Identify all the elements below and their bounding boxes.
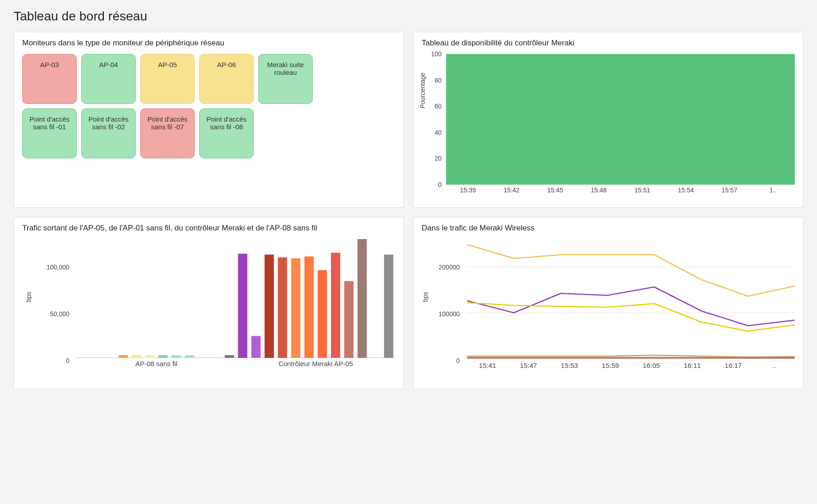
ytick-label: 0 [456,357,460,364]
xtick-label: .. [754,362,795,375]
svg-rect-17 [331,253,340,358]
ytick-label: 200000 [438,264,460,271]
panel-monitors: Moniteurs dans le type de moniteur de pé… [14,32,404,208]
bar-group-label: AP-08 sans fil [77,360,236,375]
xtick-label: 15:51 [620,186,664,199]
monitor-tiles: AP-03AP-04AP-05AP-06Meraki suite rouleau… [22,54,395,158]
svg-rect-5 [145,355,154,358]
ytick-label: 50,000 [50,310,69,318]
monitor-tile[interactable]: Meraki suite rouleau [258,54,313,104]
ytick-label: 20 [434,155,442,162]
svg-rect-19 [358,239,367,358]
monitor-tile[interactable]: AP-06 [199,54,254,104]
ytick-label: 100 [431,50,442,58]
xtick-label: 15:48 [577,186,620,199]
panel-monitors-title: Moniteurs dans le type de moniteur de pé… [22,39,395,48]
xtick-label: 15:42 [490,186,533,199]
svg-rect-20 [384,254,393,358]
svg-rect-4 [132,355,141,358]
svg-rect-13 [278,257,287,358]
xtick-label: 15:47 [508,362,549,375]
xtick-label: 16:05 [631,362,672,375]
traffic-out-ylabel: bps [25,292,32,302]
panel-wireless-in-title: Dans le trafic de Meraki Wireless [422,224,795,233]
monitor-tile-label: Point d'accès sans fil -08 [202,115,251,131]
ytick-label: 100,000 [46,264,69,271]
wireless-in-chart: bps 0100000200000 15:4115:4715:5315:5916… [422,239,795,375]
svg-rect-11 [251,336,261,358]
svg-rect-7 [172,355,181,358]
xtick-label: 15:54 [664,186,708,199]
availability-xticks: 15:3915:4215:4515:4815:5115:5415:571.. [446,186,795,199]
monitor-tile[interactable]: Point d'accès sans fil -07 [140,108,195,158]
xtick-label: 15:57 [708,186,751,199]
traffic-out-yticks: 050,000100,000 [45,239,72,361]
xtick-label: 15:53 [549,362,590,375]
xtick-label: 1.. [751,186,795,199]
monitor-tile[interactable]: AP-04 [81,54,136,104]
ytick-label: 60 [434,103,442,110]
monitor-tile[interactable]: AP-05 [140,54,195,104]
monitor-tile-label: AP-04 [99,61,118,69]
traffic-out-chart: bps 050,000100,000 AP-08 sans filContrôl… [22,239,395,375]
availability-yticks: 020406080100 [422,54,444,185]
panel-traffic-out-title: Trafic sortant de l'AP-05, de l'AP-01 sa… [22,224,395,233]
svg-rect-8 [185,355,194,358]
wireless-in-ylabel: bps [422,292,429,302]
xtick-label: 16:17 [713,362,754,375]
monitor-tile-label: Point d'accès sans fil -07 [143,115,192,131]
monitor-tile-label: Point d'accès sans fil -01 [25,115,74,131]
ytick-label: 0 [66,357,69,364]
panel-wireless-in: Dans le trafic de Meraki Wireless bps 01… [413,217,803,389]
svg-rect-10 [238,254,247,358]
svg-rect-3 [118,355,128,358]
monitor-tile-label: Point d'accès sans fil -02 [84,115,133,131]
monitor-tile-label: AP-06 [217,61,236,69]
monitor-tile-label: Meraki suite rouleau [261,61,310,76]
traffic-out-xlabels: AP-08 sans filContrôleur Meraki AP-05 [77,360,395,375]
panel-traffic-out: Trafic sortant de l'AP-05, de l'AP-01 sa… [14,217,404,389]
panel-availability: Tableau de disponibilité du contrôleur M… [413,32,803,208]
ytick-label: 100000 [438,310,460,318]
xtick-label: 16:11 [672,362,713,375]
svg-rect-18 [344,281,353,358]
svg-rect-6 [158,355,167,358]
ytick-label: 0 [438,181,442,188]
dashboard-grid: Moniteurs dans le type de moniteur de pé… [14,32,803,389]
monitor-tile[interactable]: AP-03 [22,54,77,104]
xtick-label: 15:41 [467,362,508,375]
wireless-in-xlabels: 15:4115:4715:5315:5916:0516:1116:17.. [467,362,795,375]
monitor-tile[interactable]: Point d'accès sans fil -02 [81,108,136,158]
monitor-tile-label: AP-05 [158,61,177,69]
availability-chart: Pourcentage 020406080100 15:3915:4215:45… [422,54,795,199]
ytick-label: 80 [434,77,442,84]
svg-rect-9 [225,355,234,358]
panel-availability-title: Tableau de disponibilité du contrôleur M… [422,39,795,48]
svg-rect-15 [305,256,314,358]
monitor-tile[interactable]: Point d'accès sans fil -01 [22,108,77,158]
monitor-tile[interactable]: Point d'accès sans fil -08 [199,108,254,158]
xtick-label: 15:45 [533,186,577,199]
page-title: Tableau de bord réseau [14,9,803,24]
svg-rect-14 [291,258,300,358]
svg-rect-12 [265,254,274,358]
xtick-label: 15:39 [446,186,490,199]
xtick-label: 15:59 [590,362,631,375]
wireless-in-yticks: 0100000200000 [435,239,463,361]
monitor-tile-label: AP-03 [40,61,59,69]
svg-rect-16 [318,270,327,358]
bar-group-label: Contrôleur Meraki AP-05 [236,360,395,375]
ytick-label: 40 [434,129,442,136]
